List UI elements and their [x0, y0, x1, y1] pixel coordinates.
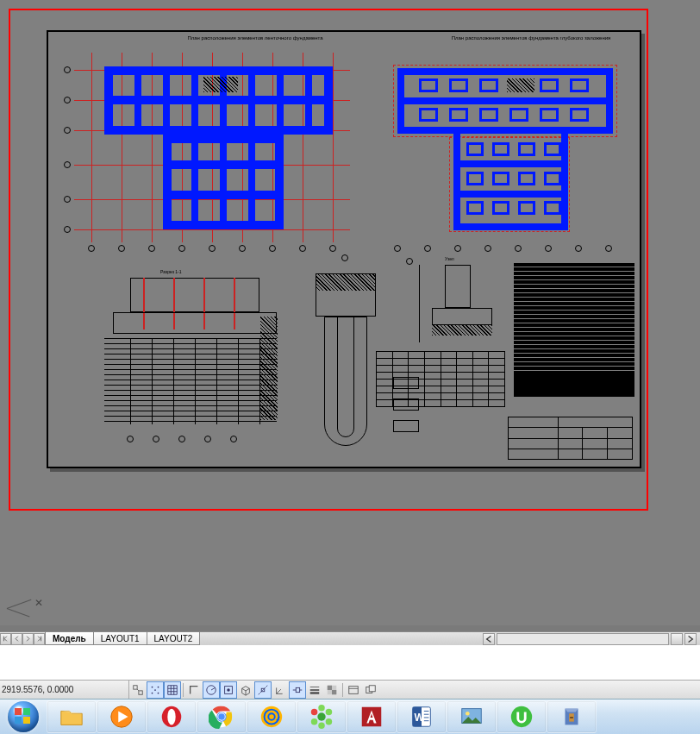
status-polar[interactable]	[203, 681, 220, 699]
section-1-1	[78, 278, 277, 442]
svg-point-7	[154, 689, 156, 691]
svg-rect-0	[134, 685, 137, 688]
status-ducs[interactable]	[272, 681, 289, 699]
plan1	[74, 53, 350, 242]
status-dyn[interactable]	[289, 681, 306, 699]
svg-rect-12	[296, 687, 299, 692]
svg-rect-18	[332, 690, 336, 694]
taskbar-mailru[interactable]	[247, 700, 297, 733]
node-label: Узел	[445, 256, 454, 261]
drawing-sheet: План расположения элементов ленточного ф…	[47, 30, 641, 468]
plan2-title: План расположения элементов фундамента г…	[445, 35, 617, 41]
svg-point-34	[218, 713, 225, 720]
hscroll-left[interactable]	[483, 633, 495, 645]
windows-orb-icon	[8, 701, 39, 732]
tab-first-button[interactable]	[0, 633, 11, 645]
command-area[interactable]	[0, 645, 700, 680]
tab-last-button[interactable]	[34, 633, 45, 645]
status-selection-cycling[interactable]	[362, 681, 379, 699]
tab-label: LAYOUT2	[154, 634, 193, 643]
status-infer-constraints[interactable]	[129, 681, 147, 699]
svg-rect-17	[328, 685, 332, 689]
svg-point-30	[167, 709, 175, 725]
svg-point-6	[158, 692, 159, 693]
taskbar-utorrent[interactable]	[497, 700, 547, 733]
ucs-icon: ✕	[7, 595, 41, 621]
tab-prev-button[interactable]	[11, 633, 22, 645]
plan1-title: План расположения элементов ленточного ф…	[178, 35, 333, 41]
taskbar-wmp[interactable]	[97, 700, 147, 733]
legend-sketch-3	[393, 420, 419, 432]
svg-point-3	[152, 686, 153, 687]
hscroll-thumb[interactable]	[671, 633, 683, 645]
tab-layout1[interactable]: LAYOUT1	[93, 632, 147, 645]
taskbar-opera[interactable]	[147, 700, 197, 733]
svg-text:W: W	[415, 712, 425, 724]
svg-rect-19	[349, 686, 359, 693]
legend-sketch-1	[393, 377, 419, 389]
svg-rect-24	[23, 708, 30, 715]
tab-next-button[interactable]	[22, 633, 34, 645]
column-elevation	[255, 317, 285, 420]
tab-label: Модель	[53, 634, 86, 643]
svg-point-41	[326, 718, 333, 725]
svg-rect-1	[139, 690, 142, 693]
start-button[interactable]	[0, 699, 47, 735]
svg-point-39	[318, 705, 325, 712]
svg-rect-26	[23, 717, 30, 724]
status-osnap[interactable]	[220, 681, 237, 699]
svg-rect-25	[15, 717, 22, 724]
taskbar: W	[0, 699, 700, 734]
coordinates-readout[interactable]: 2919.5576, 0.0000	[0, 681, 129, 699]
svg-point-10	[227, 688, 230, 692]
svg-point-43	[311, 718, 318, 725]
node-detail	[410, 265, 505, 342]
status-3dosnap[interactable]	[237, 681, 254, 699]
svg-line-2	[137, 689, 139, 691]
specification-table	[514, 263, 634, 397]
status-lineweight[interactable]	[306, 681, 323, 699]
svg-point-42	[318, 723, 325, 730]
layout-tab-strip: Модель LAYOUT1 LAYOUT2	[0, 631, 700, 645]
taskbar-explorer[interactable]	[47, 700, 97, 733]
tab-model[interactable]: Модель	[45, 632, 94, 645]
taskbar-winrar[interactable]	[547, 700, 597, 733]
taskbar-icq[interactable]	[297, 700, 347, 733]
svg-point-54	[466, 712, 470, 716]
status-otrack[interactable]	[254, 681, 272, 699]
status-ortho[interactable]	[185, 681, 203, 699]
taskbar-chrome[interactable]	[197, 700, 247, 733]
svg-rect-23	[15, 708, 22, 715]
taskbar-autocad[interactable]	[347, 700, 397, 733]
section1-label: Разрез 1-1	[160, 269, 182, 274]
svg-point-5	[152, 692, 153, 693]
svg-point-38	[317, 712, 325, 720]
svg-point-40	[326, 709, 333, 716]
status-bar: 2919.5576, 0.0000	[0, 680, 700, 699]
svg-point-4	[158, 686, 159, 687]
status-transparency[interactable]	[323, 681, 341, 699]
svg-point-44	[311, 709, 318, 716]
caisson-detail	[307, 256, 384, 446]
tab-layout2[interactable]: LAYOUT2	[147, 632, 201, 645]
title-block	[508, 417, 633, 460]
taskbar-word[interactable]: W	[397, 700, 447, 733]
model-space[interactable]: План расположения элементов ленточного ф…	[0, 0, 700, 625]
tab-label: LAYOUT1	[101, 634, 140, 643]
status-quickprops[interactable]	[345, 681, 362, 699]
status-grid[interactable]	[164, 681, 181, 699]
svg-rect-57	[570, 717, 573, 718]
svg-point-55	[511, 706, 532, 727]
svg-rect-22	[369, 685, 375, 691]
svg-rect-45	[362, 707, 382, 727]
legend-sketch-2	[393, 398, 419, 411]
hscroll-right[interactable]	[684, 633, 697, 645]
taskbar-pictures[interactable]	[447, 700, 497, 733]
plan2	[367, 53, 626, 242]
hscroll-track[interactable]	[497, 633, 669, 645]
status-snap[interactable]	[147, 681, 164, 699]
